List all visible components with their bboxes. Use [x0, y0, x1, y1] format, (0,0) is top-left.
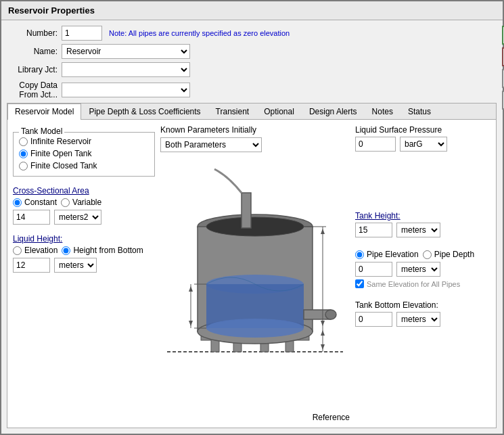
number-input[interactable]: [62, 26, 102, 41]
reference-label: Reference: [313, 413, 350, 422]
pipe-elev-unit-select[interactable]: meters ft cm: [396, 262, 440, 277]
name-select[interactable]: Reservoir: [62, 44, 190, 59]
tab-reservoir-model[interactable]: Reservoir Model: [7, 104, 81, 120]
radio-constant-input[interactable]: [13, 198, 22, 207]
liquid-height-unit-select[interactable]: meters ft cm: [54, 258, 97, 273]
liquid-surface-pressure-input[interactable]: [355, 137, 396, 152]
radio-elevation[interactable]: Elevation: [13, 246, 58, 255]
radio-finite-open[interactable]: Finite Open Tank: [19, 149, 149, 158]
radio-pipe-elevation-input[interactable]: [355, 250, 364, 259]
tabs-bar: Reservoir Model Pipe Depth & Loss Coeffi…: [7, 104, 496, 120]
number-label: Number:: [7, 28, 58, 38]
radio-infinite-input[interactable]: [19, 137, 28, 146]
radio-elevation-label: Elevation: [24, 246, 58, 255]
radio-height-from-bottom-input[interactable]: [62, 246, 70, 255]
svg-marker-20: [321, 330, 325, 336]
tab-optional[interactable]: Optional: [256, 104, 302, 119]
radio-height-from-bottom-label: Height from Bottom: [73, 246, 143, 255]
radio-pipe-elevation[interactable]: Pipe Elevation: [355, 250, 419, 259]
tank-height-label[interactable]: Tank Height:: [355, 211, 490, 221]
tank-height-input[interactable]: [355, 223, 392, 237]
pipe-elev-input[interactable]: [355, 262, 392, 277]
svg-rect-15: [242, 193, 251, 228]
tank-bottom-label: Tank Bottom Elevation:: [355, 300, 490, 310]
name-label: Name:: [7, 47, 58, 56]
svg-point-14: [325, 310, 336, 319]
radio-elevation-input[interactable]: [13, 246, 22, 255]
svg-marker-18: [321, 321, 325, 326]
radio-pipe-depth-input[interactable]: [423, 250, 432, 259]
copy-data-label: Copy Data From Jct...: [7, 81, 58, 99]
radio-finite-closed[interactable]: Finite Closed Tank: [19, 161, 149, 170]
tab-design-alerts[interactable]: Design Alerts: [302, 104, 365, 119]
tank-bottom-unit-select[interactable]: meters ft cm: [396, 312, 440, 327]
radio-variable-input[interactable]: [61, 198, 70, 207]
tab-pipe-depth[interactable]: Pipe Depth & Loss Coefficients: [81, 104, 208, 119]
svg-marker-23: [189, 286, 193, 292]
tank-height-unit-select[interactable]: meters ft cm: [396, 223, 440, 237]
radio-pipe-depth[interactable]: Pipe Depth: [423, 250, 474, 259]
svg-point-12: [206, 319, 304, 338]
tank-model-group-title: Tank Model: [19, 127, 64, 136]
known-params-label: Known Parameters Initially: [160, 125, 256, 135]
liquid-surface-pressure-label: Liquid Surface Pressure: [355, 125, 490, 135]
cross-section-unit-select[interactable]: meters2 ft2 cm2: [54, 210, 101, 225]
cross-section-value-input[interactable]: [13, 210, 50, 225]
liquid-surface-pressure-unit-select[interactable]: barG psiG kPaG: [400, 137, 447, 152]
known-params-select[interactable]: Both Parameters Liquid Height Only Press…: [160, 137, 262, 152]
library-jct-label: Library Jct:: [7, 65, 58, 74]
tank-bottom-input[interactable]: [355, 312, 392, 327]
radio-finite-closed-input[interactable]: [19, 162, 28, 170]
title-bar: Reservoir Properties: [1, 1, 503, 20]
cross-section-label[interactable]: Cross-Sectional Area: [13, 186, 155, 196]
radio-constant-label: Constant: [24, 198, 57, 207]
radio-pipe-elevation-label: Pipe Elevation: [367, 250, 419, 259]
same-elevation-label: Same Elevation for All Pipes: [367, 280, 460, 288]
radio-finite-open-label: Finite Open Tank: [30, 149, 92, 158]
radio-variable-label: Variable: [72, 198, 101, 207]
same-elevation-checkbox[interactable]: [355, 279, 364, 288]
svg-marker-24: [189, 321, 193, 326]
liquid-height-value-input[interactable]: [13, 258, 50, 273]
reservoir-properties-window: Reservoir Properties Number: Note: All p…: [0, 0, 504, 435]
tab-status[interactable]: Status: [400, 104, 438, 119]
radio-height-from-bottom[interactable]: Height from Bottom: [62, 246, 143, 255]
window-title: Reservoir Properties: [8, 5, 95, 16]
svg-point-9: [206, 217, 304, 236]
tab-transient[interactable]: Transient: [208, 104, 257, 119]
tank-diagram: [160, 156, 350, 365]
radio-finite-closed-label: Finite Closed Tank: [30, 161, 97, 170]
radio-infinite-label: Infinite Reservoir: [30, 137, 91, 146]
svg-marker-21: [321, 344, 325, 350]
tab-content-reservoir-model: Tank Model Infinite Reservoir Finite Ope…: [7, 120, 496, 428]
radio-pipe-depth-label: Pipe Depth: [434, 250, 474, 259]
copy-data-select[interactable]: [62, 83, 190, 97]
liquid-height-label[interactable]: Liquid Height:: [13, 234, 155, 244]
radio-finite-open-input[interactable]: [19, 150, 28, 158]
tab-notes[interactable]: Notes: [365, 104, 400, 119]
radio-infinite-reservoir[interactable]: Infinite Reservoir: [19, 137, 149, 146]
tank-model-radio-group: Infinite Reservoir Finite Open Tank Fini…: [19, 137, 149, 170]
library-jct-select[interactable]: [62, 62, 190, 77]
radio-constant[interactable]: Constant: [13, 198, 57, 207]
svg-marker-17: [321, 229, 325, 234]
note-text: Note: All pipes are currently specified …: [109, 29, 290, 37]
radio-variable[interactable]: Variable: [61, 198, 101, 207]
